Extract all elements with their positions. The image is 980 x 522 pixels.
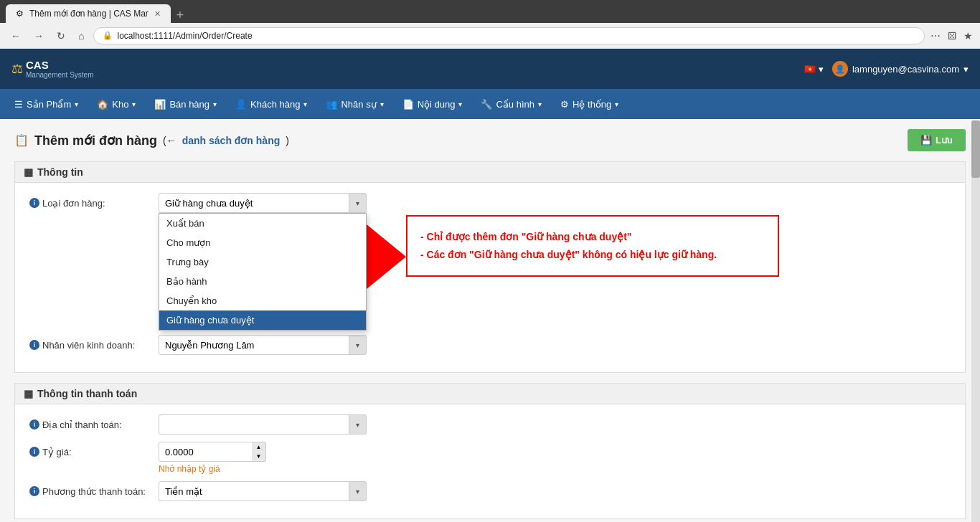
save-icon: 💾 bbox=[920, 135, 932, 146]
dropdown-item-xuat-ban[interactable]: Xuất bán bbox=[159, 214, 366, 233]
thanh-toan-form-area: i Địa chỉ thanh toán: ▾ i Tỷ giá: bbox=[14, 404, 966, 519]
cau-hinh-chevron-icon: ▾ bbox=[538, 100, 542, 108]
scroll-thumb[interactable] bbox=[971, 120, 980, 178]
dropdown-item-bao-hanh[interactable]: Bảo hành bbox=[159, 272, 366, 291]
reload-button[interactable]: ↻ bbox=[53, 29, 69, 43]
ty-gia-label: i Tỷ giá: bbox=[29, 447, 159, 457]
tab-title: Thêm mới đơn hàng | CAS Mar bbox=[29, 9, 149, 19]
loai-don-hang-select-wrapper: Giữ hàng chưa duyệt ▾ bbox=[159, 193, 367, 213]
app-header: ⚖ CAS Management System 🇻🇳 ▾ 👤 lamnguyen… bbox=[0, 49, 980, 89]
more-options-icon[interactable]: ⋯ bbox=[930, 30, 941, 42]
ty-gia-up-button[interactable]: ▲ bbox=[252, 442, 265, 452]
back-button[interactable]: ← bbox=[7, 29, 24, 43]
breadcrumb-link[interactable]: danh sách đơn hàng bbox=[182, 135, 281, 146]
right-arrow bbox=[367, 224, 406, 289]
page-header: 📋 Thêm mới đơn hàng (← danh sách đơn hàn… bbox=[14, 129, 966, 151]
ty-gia-info-icon: i bbox=[29, 447, 39, 457]
thanh-toan-section: ▦ Thông tin thanh toán i Địa chỉ thanh t… bbox=[14, 383, 966, 519]
thong-tin-header-icon: ▦ bbox=[24, 166, 33, 178]
nav-item-ban-hang[interactable]: 📊 Bán hàng ▾ bbox=[146, 95, 225, 114]
new-tab-button[interactable]: + bbox=[176, 8, 184, 23]
ban-hang-icon: 📊 bbox=[154, 99, 166, 110]
san-pham-chevron-icon: ▾ bbox=[75, 100, 78, 108]
logo-area: ⚖ CAS Management System bbox=[11, 59, 94, 79]
phuong-thuc-label: i Phương thức thanh toán: bbox=[29, 486, 159, 497]
page-title: Thêm mới đơn hàng (← danh sách đơn hàng … bbox=[34, 133, 289, 148]
user-menu-button[interactable]: 👤 lamnguyen@casvina.com ▾ bbox=[832, 61, 969, 77]
thanh-toan-header-icon: ▦ bbox=[24, 388, 33, 399]
save-button[interactable]: 💾 Lưu bbox=[908, 129, 966, 151]
nav-item-nhan-su[interactable]: 👥 Nhân sự ▾ bbox=[317, 95, 392, 114]
thanh-toan-section-header: ▦ Thông tin thanh toán bbox=[14, 383, 966, 404]
loai-don-hang-value: Giữ hàng chưa duyệt bbox=[165, 198, 253, 209]
thong-tin-section: ▦ Thông tin i Loại đơn hàng: Giữ hàng ch… bbox=[14, 161, 966, 373]
ty-gia-down-button[interactable]: ▼ bbox=[252, 452, 265, 461]
nav-item-noi-dung[interactable]: 📄 Nội dung ▾ bbox=[394, 95, 471, 114]
dia-chi-info-icon: i bbox=[29, 419, 39, 430]
home-button[interactable]: ⌂ bbox=[75, 29, 88, 43]
breadcrumb-arrow: (← bbox=[163, 135, 176, 146]
dia-chi-display[interactable] bbox=[159, 414, 349, 435]
address-text: localhost:1111/Admin/Order/Create bbox=[117, 31, 252, 41]
he-thong-icon: ⚙ bbox=[560, 99, 569, 110]
nav-item-san-pham[interactable]: ☰ Sản Phẩm ▾ bbox=[6, 95, 87, 114]
page-title-area: 📋 Thêm mới đơn hàng (← danh sách đơn hàn… bbox=[14, 133, 289, 148]
nav-label-nhan-su: Nhân sự bbox=[341, 99, 376, 110]
dropdown-item-chuyen-kho[interactable]: Chuyển kho bbox=[159, 291, 366, 310]
ty-gia-wrapper: ▲ ▼ bbox=[159, 442, 266, 462]
phuong-thuc-select-wrapper: Tiền mặt ▾ bbox=[159, 481, 367, 501]
phuong-thuc-display[interactable]: Tiền mặt bbox=[159, 481, 349, 501]
nhan-vien-select-wrapper: Nguyễn Phương Lâm ▾ bbox=[159, 335, 367, 355]
nav-label-cau-hinh: Cấu hình bbox=[496, 99, 534, 110]
loai-info-icon: i bbox=[29, 198, 39, 208]
nhan-vien-row: i Nhân viên kinh doanh: Nguyễn Phương Lâ… bbox=[29, 335, 951, 355]
dropdown-item-cho-muon[interactable]: Cho mượn bbox=[159, 233, 366, 252]
ty-gia-input[interactable] bbox=[159, 442, 266, 462]
scrollbar[interactable] bbox=[971, 120, 980, 522]
logo-brand: CAS bbox=[26, 59, 94, 71]
kho-icon: 🏠 bbox=[97, 99, 108, 110]
phuong-thuc-info-icon: i bbox=[29, 486, 39, 496]
language-button[interactable]: 🇻🇳 ▾ bbox=[804, 64, 824, 75]
lock-icon: 🔒 bbox=[103, 31, 113, 40]
star-icon[interactable]: ★ bbox=[963, 30, 973, 42]
nav-label-noi-dung: Nội dung bbox=[418, 99, 456, 110]
browser-actions: ⋯ ⚄ ★ bbox=[930, 30, 973, 42]
info-line2: - Các đơn "Giữ hàng chưa duyệt" không có… bbox=[420, 246, 765, 264]
thanh-toan-header-label: Thông tin thanh toán bbox=[37, 388, 137, 399]
dropdown-item-giu-hang[interactable]: Giữ hàng chưa duyệt bbox=[159, 310, 366, 330]
header-right: 🇻🇳 ▾ 👤 lamnguyen@casvina.com ▾ bbox=[804, 61, 969, 77]
active-tab[interactable]: ⚙ Thêm mới đơn hàng | CAS Mar ✕ bbox=[6, 4, 171, 23]
page-title-icon: 📋 bbox=[14, 133, 29, 147]
bookmark-icon[interactable]: ⚄ bbox=[948, 30, 956, 42]
ban-hang-chevron-icon: ▾ bbox=[213, 100, 217, 108]
dia-chi-arrow[interactable]: ▾ bbox=[349, 414, 367, 435]
ty-gia-arrows: ▲ ▼ bbox=[252, 442, 266, 462]
nhan-vien-label: i Nhân viên kinh doanh: bbox=[29, 340, 159, 351]
phuong-thuc-row: i Phương thức thanh toán: Tiền mặt ▾ bbox=[29, 481, 951, 501]
nhan-vien-arrow[interactable]: ▾ bbox=[349, 335, 367, 355]
nhan-vien-display[interactable]: Nguyễn Phương Lâm bbox=[159, 335, 349, 355]
user-email: lamnguyen@casvina.com bbox=[852, 64, 959, 75]
user-chevron-icon: ▾ bbox=[963, 64, 969, 75]
phuong-thuc-arrow[interactable]: ▾ bbox=[349, 481, 367, 501]
info-line1: - Chỉ được thêm đơn "Giữ hàng chưa duyệt… bbox=[420, 228, 765, 246]
nav-item-he-thong[interactable]: ⚙ Hệ thống ▾ bbox=[552, 95, 627, 114]
nav-item-khach-hang[interactable]: 👤 Khách hàng ▾ bbox=[227, 95, 316, 114]
dia-chi-row: i Địa chỉ thanh toán: ▾ bbox=[29, 414, 951, 435]
nav-item-kho[interactable]: 🏠 Kho ▾ bbox=[88, 95, 144, 114]
nav-item-cau-hinh[interactable]: 🔧 Cấu hình ▾ bbox=[472, 95, 550, 114]
info-box: - Chỉ được thêm đơn "Giữ hàng chưa duyệt… bbox=[406, 215, 779, 277]
dropdown-item-trung-bay[interactable]: Trưng bày bbox=[159, 252, 366, 272]
save-label: Lưu bbox=[936, 135, 953, 146]
loai-don-hang-arrow[interactable]: ▾ bbox=[349, 193, 367, 213]
forward-button[interactable]: → bbox=[30, 29, 47, 43]
nhan-su-chevron-icon: ▾ bbox=[380, 100, 384, 108]
tab-close-button[interactable]: ✕ bbox=[154, 9, 161, 19]
nav-bar: ☰ Sản Phẩm ▾ 🏠 Kho ▾ 📊 Bán hàng ▾ 👤 Khác… bbox=[0, 89, 980, 119]
address-bar[interactable]: 🔒 localhost:1111/Admin/Order/Create bbox=[93, 27, 925, 44]
tab-favicon: ⚙ bbox=[16, 9, 24, 19]
page-content: 📋 Thêm mới đơn hàng (← danh sách đơn hàn… bbox=[0, 119, 980, 522]
loai-don-hang-display[interactable]: Giữ hàng chưa duyệt bbox=[159, 193, 349, 213]
thong-tin-header-label: Thông tin bbox=[37, 166, 83, 178]
